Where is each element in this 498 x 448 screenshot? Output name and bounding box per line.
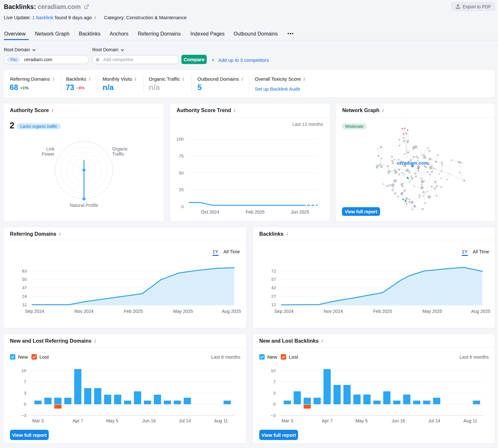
svg-text:May 5: May 5 <box>355 418 368 423</box>
svg-text:100: 100 <box>176 137 184 142</box>
svg-text:72: 72 <box>271 269 276 273</box>
svg-text:Jul 14: Jul 14 <box>179 418 191 423</box>
svg-text:7: 7 <box>273 379 276 384</box>
svg-text:0: 0 <box>24 402 26 407</box>
svg-text:Feb 2025: Feb 2025 <box>124 309 143 314</box>
svg-text:25: 25 <box>179 187 184 192</box>
svg-text:7: 7 <box>24 379 26 384</box>
svg-text:Aug 11: Aug 11 <box>214 418 228 423</box>
svg-text:Aug 11: Aug 11 <box>463 418 477 423</box>
svg-text:Apr 7: Apr 7 <box>322 418 333 423</box>
svg-text:11: 11 <box>22 302 27 307</box>
svg-text:Aug 2025: Aug 2025 <box>471 309 490 314</box>
svg-text:42: 42 <box>271 285 276 290</box>
svg-text:75: 75 <box>179 154 184 159</box>
svg-text:50: 50 <box>179 171 184 175</box>
svg-text:May 2025: May 2025 <box>173 309 193 314</box>
svg-text:Mar 3: Mar 3 <box>32 418 44 423</box>
svg-text:Mar 3: Mar 3 <box>282 418 293 423</box>
svg-text:3: 3 <box>24 391 26 395</box>
svg-text:0: 0 <box>273 402 276 407</box>
svg-text:Nov 2024: Nov 2024 <box>324 309 343 314</box>
svg-text:−3: −3 <box>21 413 26 418</box>
svg-text:3: 3 <box>273 391 276 395</box>
svg-text:May 5: May 5 <box>106 418 118 423</box>
svg-text:24: 24 <box>22 294 27 299</box>
svg-text:Jul 14: Jul 14 <box>428 418 440 423</box>
svg-text:12: 12 <box>271 302 276 307</box>
svg-text:0: 0 <box>181 204 184 209</box>
svg-text:10: 10 <box>271 368 276 373</box>
svg-text:−3: −3 <box>271 413 276 418</box>
svg-text:Nov 2024: Nov 2024 <box>74 309 94 314</box>
svg-text:Oct 2024: Oct 2024 <box>201 209 220 215</box>
svg-text:63: 63 <box>22 269 27 273</box>
svg-text:50: 50 <box>22 277 27 282</box>
svg-text:ceradiam.com: ceradiam.com <box>397 160 428 166</box>
svg-text:Sep 2024: Sep 2024 <box>274 309 294 314</box>
svg-text:Jun 2025: Jun 2025 <box>291 209 309 215</box>
svg-text:10: 10 <box>21 368 26 373</box>
svg-text:Jun 16: Jun 16 <box>392 418 405 423</box>
svg-text:37: 37 <box>22 285 27 290</box>
svg-text:Aug 2025: Aug 2025 <box>222 309 241 314</box>
svg-text:Feb 2025: Feb 2025 <box>245 209 264 215</box>
svg-text:Feb 2025: Feb 2025 <box>373 309 392 314</box>
svg-text:May 2025: May 2025 <box>422 309 442 314</box>
svg-text:Sep 2024: Sep 2024 <box>25 309 44 314</box>
svg-text:Jun 16: Jun 16 <box>142 418 156 423</box>
svg-text:Apr 7: Apr 7 <box>72 418 83 423</box>
svg-text:27: 27 <box>271 294 276 299</box>
svg-text:57: 57 <box>271 277 276 282</box>
